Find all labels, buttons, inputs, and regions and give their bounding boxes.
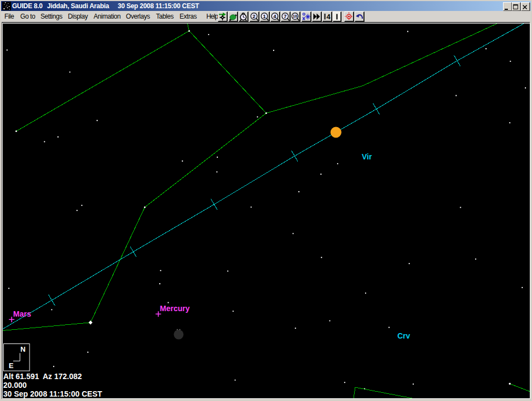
svg-text:4: 4	[273, 14, 276, 19]
svg-text:E: E	[9, 362, 14, 370]
svg-text:Crv: Crv	[397, 331, 410, 340]
svg-text:7: 7	[284, 14, 286, 19]
svg-text:20.000: 20.000	[3, 381, 27, 389]
svg-text:10: 10	[293, 14, 297, 19]
svg-text:Mercury: Mercury	[160, 304, 190, 313]
svg-text:4: 4	[326, 13, 331, 21]
svg-text:1: 1	[263, 14, 265, 19]
svg-text:2: 2	[252, 14, 255, 19]
svg-text:Az 172.082: Az 172.082	[43, 372, 82, 381]
svg-text:Mars: Mars	[13, 310, 31, 318]
svg-text:Alt 61.591: Alt 61.591	[3, 372, 39, 381]
svg-text:Vir: Vir	[362, 152, 372, 161]
svg-text:30 Sep 2008 11:15:00 CEST: 30 Sep 2008 11:15:00 CEST	[3, 389, 102, 398]
svg-text:N: N	[20, 345, 25, 353]
